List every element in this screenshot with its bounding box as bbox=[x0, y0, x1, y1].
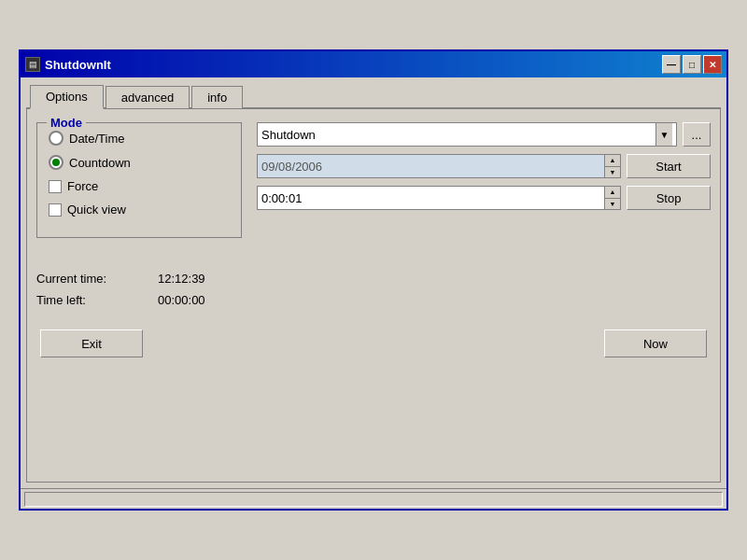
time-spin-up[interactable]: ▲ bbox=[605, 187, 620, 199]
date-input[interactable] bbox=[258, 155, 604, 177]
date-spin-down[interactable]: ▼ bbox=[605, 167, 620, 178]
radio-datetime-label: Date/Time bbox=[69, 132, 124, 146]
date-input-row: ▲ ▼ Start bbox=[257, 154, 711, 178]
right-panel: Shutdown ▼ ... ▲ ▼ bbox=[257, 122, 711, 253]
window-controls: — □ ✕ bbox=[662, 55, 722, 74]
check-quickview-label: Quick view bbox=[67, 203, 126, 217]
maximize-button[interactable]: □ bbox=[683, 55, 701, 74]
tab-advanced[interactable]: advanced bbox=[106, 86, 190, 108]
current-time-value: 12:12:39 bbox=[158, 272, 205, 286]
current-time-label: Current time: bbox=[36, 272, 158, 286]
info-section: Current time: 12:12:39 Time left: 00:00:… bbox=[36, 272, 711, 307]
mode-group: Mode Date/Time Countdown Force bbox=[36, 122, 242, 238]
date-spin-up[interactable]: ▲ bbox=[605, 155, 620, 167]
check-force-item[interactable]: Force bbox=[49, 179, 230, 193]
status-panel bbox=[24, 492, 723, 507]
content-area: Options advanced info Mode Date/Time bbox=[21, 77, 726, 488]
status-bar bbox=[21, 488, 726, 509]
check-quickview[interactable] bbox=[49, 203, 62, 217]
current-time-row: Current time: 12:12:39 bbox=[36, 272, 711, 286]
time-spinner-buttons: ▲ ▼ bbox=[604, 187, 620, 209]
time-left-label: Time left: bbox=[36, 293, 158, 307]
stop-button[interactable]: Stop bbox=[627, 186, 711, 210]
dotdot-button[interactable]: ... bbox=[683, 122, 711, 147]
app-icon: ▤ bbox=[25, 57, 40, 72]
main-window: ▤ ShutdownIt — □ ✕ Options advanced info… bbox=[19, 49, 728, 511]
title-bar: ▤ ShutdownIt — □ ✕ bbox=[21, 51, 726, 77]
tab-info[interactable]: info bbox=[191, 86, 243, 108]
radio-countdown[interactable] bbox=[49, 155, 63, 170]
check-quickview-item[interactable]: Quick view bbox=[49, 203, 230, 217]
time-left-row: Time left: 00:00:00 bbox=[36, 293, 711, 307]
time-spinner[interactable]: ▲ ▼ bbox=[257, 186, 621, 210]
start-button[interactable]: Start bbox=[627, 154, 711, 178]
radio-countdown-label: Countdown bbox=[69, 156, 131, 170]
time-input-row: ▲ ▼ Stop bbox=[257, 186, 711, 210]
radio-countdown-item[interactable]: Countdown bbox=[49, 155, 230, 170]
action-dropdown[interactable]: Shutdown ▼ bbox=[257, 122, 677, 147]
tabs-row: Options advanced info bbox=[26, 83, 721, 109]
now-button[interactable]: Now bbox=[604, 329, 707, 357]
time-input[interactable] bbox=[258, 187, 604, 209]
tab-content-options: Mode Date/Time Countdown Force bbox=[26, 109, 721, 483]
dropdown-value: Shutdown bbox=[261, 128, 655, 142]
left-panel: Mode Date/Time Countdown Force bbox=[36, 122, 242, 253]
date-spinner[interactable]: ▲ ▼ bbox=[257, 154, 621, 178]
exit-button[interactable]: Exit bbox=[40, 329, 143, 357]
time-spin-down[interactable]: ▼ bbox=[605, 199, 620, 210]
dropdown-row: Shutdown ▼ ... bbox=[257, 122, 711, 147]
time-left-value: 00:00:00 bbox=[158, 293, 205, 307]
tab-options[interactable]: Options bbox=[30, 85, 104, 109]
check-force-label: Force bbox=[67, 179, 98, 193]
radio-datetime[interactable] bbox=[49, 131, 63, 146]
main-controls: Mode Date/Time Countdown Force bbox=[36, 122, 711, 253]
bottom-bar: Exit Now bbox=[36, 329, 711, 357]
radio-datetime-item[interactable]: Date/Time bbox=[49, 131, 230, 146]
date-spinner-buttons: ▲ ▼ bbox=[604, 155, 620, 177]
minimize-button[interactable]: — bbox=[662, 55, 681, 74]
close-button[interactable]: ✕ bbox=[703, 55, 722, 74]
dropdown-arrow[interactable]: ▼ bbox=[655, 123, 672, 146]
mode-legend: Mode bbox=[47, 116, 86, 130]
check-force[interactable] bbox=[49, 180, 62, 193]
window-title: ShutdownIt bbox=[45, 58, 662, 72]
